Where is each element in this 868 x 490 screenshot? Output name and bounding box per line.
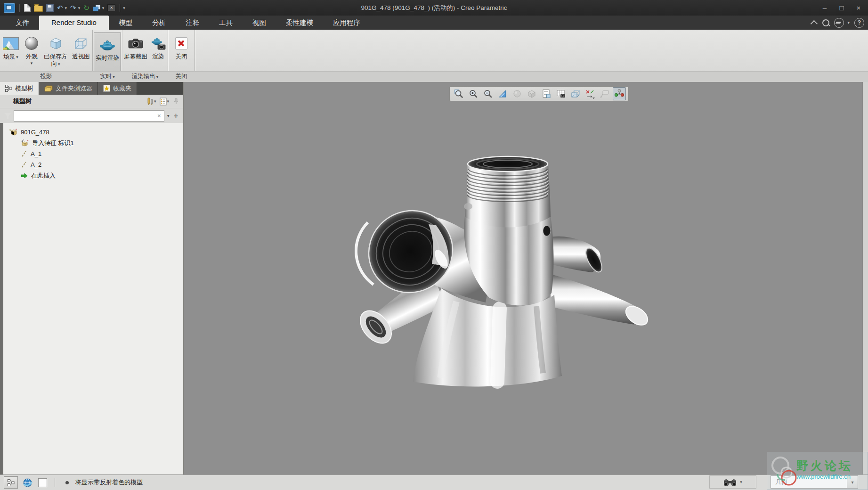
tab-model[interactable]: 模型: [109, 16, 142, 30]
zoom-in-icon[interactable]: [467, 87, 480, 100]
tree-filter-input-box: ×: [14, 110, 164, 122]
filter-funnel-icon: [4, 112, 12, 120]
regenerate-button[interactable]: ↻: [83, 4, 89, 11]
tree-settings-button[interactable]: ▾: [160, 98, 169, 106]
scene-button[interactable]: 场景▾: [0, 32, 22, 60]
close-render-studio-button[interactable]: 关闭: [170, 32, 193, 60]
search-dropdown[interactable]: ▾: [740, 480, 742, 484]
folder-browser-icon: [44, 85, 53, 92]
group-label-projection[interactable]: 投影: [0, 72, 92, 82]
tab-annotate[interactable]: 注释: [176, 16, 209, 30]
separator: [195, 30, 195, 78]
model-tree-toggle-icon: [8, 479, 15, 486]
screenshot-button[interactable]: 屏幕截图: [122, 32, 149, 60]
tree-tools-dropdown[interactable]: ▾: [154, 99, 156, 104]
tree-resize-gutter[interactable]: [0, 123, 3, 475]
selection-box-button[interactable]: [37, 477, 48, 488]
tree-item-part[interactable]: 901G_478: [0, 127, 183, 138]
annotation-display-icon[interactable]: [598, 87, 611, 100]
switch-window-button[interactable]: [93, 5, 100, 11]
new-file-button[interactable]: [24, 4, 31, 12]
tab-flexible-modeling[interactable]: 柔性建模: [276, 16, 323, 30]
minimize-button[interactable]: –: [820, 4, 829, 12]
customize-qat-dropdown[interactable]: ▾: [123, 6, 125, 10]
zoom-out-icon[interactable]: [481, 87, 495, 100]
command-locator-dropdown[interactable]: ▾: [847, 20, 850, 25]
binoculars-icon: [723, 478, 737, 486]
tab-tools[interactable]: 工具: [209, 16, 243, 30]
selection-box-icon: [38, 478, 47, 487]
tree-settings-dropdown[interactable]: ▾: [167, 99, 169, 104]
tab-applications[interactable]: 应用程序: [323, 16, 370, 30]
close-window-button[interactable]: ×: [107, 4, 115, 11]
perspective-icon[interactable]: [569, 87, 582, 100]
collapse-ribbon-icon[interactable]: [811, 20, 818, 27]
model-chrome-pipe-fitting[interactable]: [349, 151, 655, 396]
tree-item-a2[interactable]: A_2: [0, 159, 183, 170]
close-button[interactable]: ×: [854, 4, 863, 12]
tree-item-a1[interactable]: A_1: [0, 148, 183, 159]
tab-file[interactable]: 文件: [6, 16, 39, 30]
ribbon-tab-bar: 文件 Render Studio 模型 分析 注释 工具 视图 柔性建模 应用程…: [0, 16, 868, 30]
realtime-render-button[interactable]: 实时渲染: [94, 33, 121, 62]
tree-tools-button[interactable]: ▾: [146, 98, 156, 106]
render-button[interactable]: 渲染: [149, 32, 168, 60]
unpin-button[interactable]: [173, 98, 179, 105]
help-icon[interactable]: ?: [854, 18, 864, 28]
maximize-button[interactable]: □: [837, 4, 846, 12]
web-browser-toggle-button[interactable]: [22, 477, 33, 488]
open-file-button[interactable]: [34, 6, 43, 12]
right-edge-panel[interactable]: [862, 82, 868, 475]
tab-analysis[interactable]: 分析: [142, 16, 176, 30]
perspective-button[interactable]: 透视图: [70, 32, 92, 60]
saved-orientations-button[interactable]: 已保存方向▾: [41, 32, 70, 67]
separator: [55, 478, 55, 487]
expand-filter-button[interactable]: +: [172, 112, 179, 120]
redo-dropdown[interactable]: ▾: [78, 6, 81, 10]
appearance-button[interactable]: 外观▾: [22, 32, 41, 66]
tree-item-import-feature[interactable]: 导入特征 标识1: [0, 138, 183, 148]
redo-button[interactable]: ↷: [70, 4, 76, 11]
view-manager-icon[interactable]: [554, 87, 568, 100]
tree-item-label: 导入特征 标识1: [32, 139, 74, 147]
graphics-toolbar: [449, 86, 629, 101]
tree-item-insert-here[interactable]: 在此插入: [0, 170, 183, 181]
saved-orientations-icon[interactable]: [540, 87, 553, 100]
tab-folder-browser[interactable]: 文件夹浏览器: [39, 82, 98, 95]
selection-filter-combo[interactable]: 几何 ▾: [771, 475, 858, 489]
clear-filter-icon[interactable]: ×: [156, 112, 162, 119]
datum-axis-icon: [21, 161, 27, 168]
window-dropdown[interactable]: ▾: [102, 6, 105, 10]
ribbon: 场景▾ 外观▾ 已保存方向▾ 透视图: [0, 30, 868, 82]
group-label-render-output[interactable]: 渲染输出▾: [122, 72, 168, 82]
tab-model-tree[interactable]: 模型树: [0, 82, 39, 95]
window-title: 901G_478 (901G_478_) (活动的) - Creo Parame…: [0, 4, 868, 12]
graphics-area[interactable]: [184, 82, 863, 475]
display-style-icon[interactable]: [525, 87, 538, 100]
undo-button[interactable]: ↶: [57, 4, 63, 11]
group-label-close[interactable]: 关闭: [168, 72, 195, 82]
part-icon: [9, 129, 17, 136]
group-label-realtime[interactable]: 实时▾: [93, 72, 122, 82]
filter-history-dropdown[interactable]: ▾: [166, 113, 170, 118]
shading-icon[interactable]: [511, 87, 524, 100]
search-icon[interactable]: [822, 19, 829, 26]
spin-center-icon[interactable]: [613, 87, 626, 100]
model-tree-toggle-button[interactable]: [4, 476, 18, 489]
selection-filter-dropdown[interactable]: ▾: [847, 476, 858, 488]
tab-render-studio[interactable]: Render Studio: [39, 16, 109, 30]
repaint-icon[interactable]: [496, 87, 509, 100]
datum-display-filters-icon[interactable]: [584, 87, 597, 100]
zoom-fit-icon[interactable]: [452, 87, 465, 100]
tab-favorites[interactable]: 收藏夹: [98, 82, 137, 95]
undo-dropdown[interactable]: ▾: [65, 6, 67, 10]
tab-view[interactable]: 视图: [243, 16, 276, 30]
tab-label: 模型树: [15, 84, 33, 93]
creo-logo-icon[interactable]: [4, 3, 15, 13]
appearance-sphere-icon: [25, 37, 38, 50]
search-model-button[interactable]: ▾: [709, 475, 756, 489]
camera-icon: [128, 33, 144, 53]
command-locator-icon[interactable]: [834, 18, 844, 28]
tree-filter-input[interactable]: [16, 112, 156, 120]
save-button[interactable]: [46, 4, 54, 12]
